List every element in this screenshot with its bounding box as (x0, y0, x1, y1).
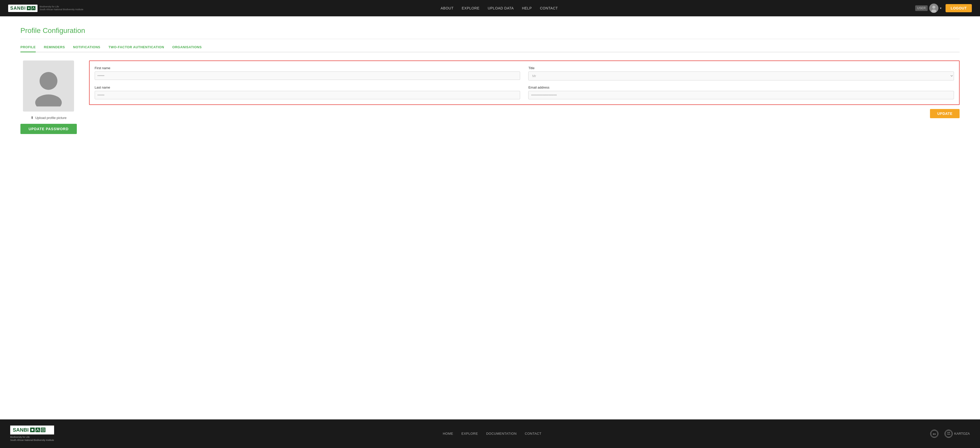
footer-nav: HOME EXPLORE DOCUMENTATION CONTACT (443, 432, 542, 435)
update-password-button[interactable]: UPDATE PASSWORD (21, 124, 77, 134)
svg-text:IDS: IDS (933, 433, 936, 435)
partner-ids: IDS (930, 430, 939, 438)
footer-logo: SANBI Biodiversity for Life South Africa… (10, 426, 54, 442)
form-area: First name Title Mr Mrs Ms Dr Prof (89, 61, 959, 118)
site-header: SANBI Biodiversity for Life South Africa… (0, 0, 980, 16)
tab-profile[interactable]: PROFILE (21, 45, 36, 52)
svg-point-4 (932, 6, 935, 9)
title-label: Title (528, 66, 954, 70)
profile-avatar-display (23, 61, 74, 112)
kartoza-label: KARTOZA (954, 432, 970, 435)
main-content: Profile Configuration PROFILE REMINDERS … (0, 16, 980, 419)
profile-section: ⬆ Upload profile picture UPDATE PASSWORD… (21, 61, 959, 134)
footer-nav-contact[interactable]: CONTACT (525, 432, 541, 435)
kartoza-icon: KAR TOZA (945, 430, 953, 438)
footer-logo-subtitle: Biodiversity for Life South African Nati… (10, 435, 54, 442)
avatar (929, 3, 939, 13)
profile-form-grid: First name Title Mr Mrs Ms Dr Prof (95, 66, 954, 99)
last-name-group: Last name (95, 86, 520, 99)
upload-picture-link[interactable]: ⬆ Upload profile picture (30, 116, 67, 120)
tab-organisations[interactable]: ORGANISATIONS (172, 45, 202, 52)
last-name-label: Last name (95, 86, 520, 89)
avatar-icon (929, 3, 939, 13)
nav-help[interactable]: HELP (522, 6, 532, 10)
footer-logo-icon-1 (30, 427, 35, 432)
tab-two-factor[interactable]: TWO-FACTOR AUTHENTICATION (108, 45, 164, 52)
logo-subtitle: Biodiversity for Life South African Nati… (40, 5, 83, 11)
svg-point-8 (32, 429, 33, 431)
nav-explore[interactable]: EXPLORE (462, 6, 479, 10)
footer-nav-home[interactable]: HOME (443, 432, 453, 435)
footer-partners: IDS KAR TOZA KARTOZA (930, 430, 970, 438)
logo-icon-2 (32, 6, 35, 10)
first-name-input[interactable] (95, 72, 520, 80)
svg-point-7 (35, 94, 62, 107)
first-name-label: First name (95, 66, 520, 70)
first-name-group: First name (95, 66, 520, 80)
logo-box: SANBI (8, 5, 38, 12)
upload-icon: ⬆ (30, 116, 34, 120)
svg-point-1 (28, 7, 30, 9)
profile-form-border: First name Title Mr Mrs Ms Dr Prof (89, 61, 959, 105)
footer-nav-explore[interactable]: EXPLORE (461, 432, 478, 435)
header-logo: SANBI Biodiversity for Life South Africa… (8, 5, 83, 12)
svg-point-6 (40, 72, 57, 90)
footer-logo-icon-3 (41, 427, 45, 432)
profile-avatar-icon (28, 65, 69, 107)
site-footer: SANBI Biodiversity for Life South Africa… (0, 419, 980, 448)
title-group: Title Mr Mrs Ms Dr Prof (528, 66, 954, 80)
header-right: USER ▾ LOGOUT (915, 3, 972, 13)
email-input[interactable] (528, 91, 954, 99)
update-button[interactable]: UPDATE (930, 109, 959, 118)
svg-text:TOZA: TOZA (947, 434, 950, 435)
last-name-input[interactable] (95, 91, 520, 99)
upload-picture-label: Upload profile picture (35, 116, 67, 120)
nav-about[interactable]: ABOUT (441, 6, 454, 10)
footer-nav-documentation[interactable]: DOCUMENTATION (486, 432, 517, 435)
title-divider (21, 39, 959, 39)
avatar-area: ⬆ Upload profile picture UPDATE PASSWORD (21, 61, 77, 134)
profile-tabs: PROFILE REMINDERS NOTIFICATIONS TWO-FACT… (21, 45, 959, 52)
footer-brand: SANBI (13, 427, 29, 433)
page-title: Profile Configuration (21, 27, 959, 35)
user-name-badge: USER (915, 5, 928, 11)
email-group: Email address (528, 86, 954, 99)
footer-logo-icon-2 (35, 427, 40, 432)
nav-upload-data[interactable]: UPLOAD DATA (488, 6, 514, 10)
tab-notifications[interactable]: NOTIFICATIONS (73, 45, 100, 52)
user-menu-button[interactable]: USER ▾ (915, 3, 942, 13)
chevron-down-icon: ▾ (940, 6, 942, 10)
title-select[interactable]: Mr Mrs Ms Dr Prof (528, 72, 954, 80)
footer-logo-box: SANBI (10, 426, 54, 434)
ids-icon: IDS (930, 430, 939, 438)
logo-icon-1 (27, 6, 31, 10)
logo-brand: SANBI (10, 6, 26, 11)
email-label: Email address (528, 86, 954, 89)
svg-text:KAR: KAR (947, 432, 950, 433)
nav-contact[interactable]: CONTACT (540, 6, 558, 10)
tab-reminders[interactable]: REMINDERS (44, 45, 65, 52)
partner-kartoza: KAR TOZA KARTOZA (945, 430, 970, 438)
header-nav: ABOUT EXPLORE UPLOAD DATA HELP CONTACT (441, 6, 558, 10)
logo-icons (27, 6, 35, 10)
logout-button[interactable]: LOGOUT (945, 4, 972, 12)
